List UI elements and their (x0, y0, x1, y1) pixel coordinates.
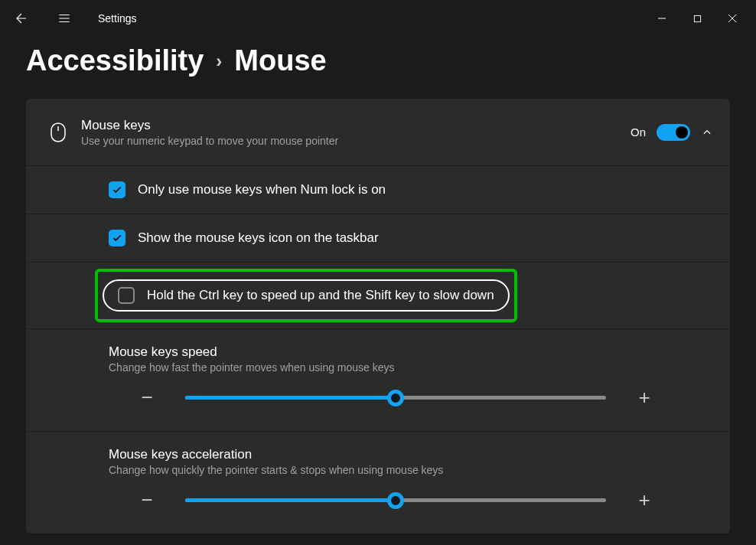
option-ctrlshift-row[interactable]: Hold the Ctrl key to speed up and the Sh… (26, 263, 730, 329)
accel-increase-button[interactable]: + (629, 488, 660, 512)
app-title: Settings (98, 12, 137, 24)
focus-highlight: Hold the Ctrl key to speed up and the Sh… (95, 269, 517, 322)
chevron-right-icon: › (216, 51, 222, 72)
option-taskbar-row[interactable]: Show the mouse keys icon on the taskbar (26, 214, 730, 263)
mouse-icon (43, 122, 73, 143)
option-numlock-label: Only use mouse keys when Num lock is on (138, 182, 386, 197)
svg-rect-1 (51, 123, 65, 142)
accel-decrease-button[interactable]: − (132, 488, 162, 512)
speed-slider[interactable] (185, 396, 606, 400)
speed-subtitle: Change how fast the pointer moves when u… (109, 361, 713, 374)
accel-title: Mouse keys acceleration (109, 447, 713, 462)
speed-title: Mouse keys speed (109, 344, 713, 360)
svg-rect-0 (694, 15, 700, 21)
mouse-keys-toggle[interactable] (657, 124, 690, 141)
speed-decrease-button[interactable]: − (132, 386, 162, 410)
mouse-keys-subtitle: Use your numeric keypad to move your mou… (81, 135, 631, 147)
option-ctrlshift-label: Hold the Ctrl key to speed up and the Sh… (147, 288, 494, 303)
option-taskbar-label: Show the mouse keys icon on the taskbar (138, 230, 379, 246)
checkbox-numlock[interactable] (109, 181, 125, 198)
breadcrumb-parent[interactable]: Accessibility (26, 44, 204, 77)
accel-slider[interactable] (185, 498, 606, 502)
breadcrumb-current: Mouse (234, 44, 326, 77)
speed-section: Mouse keys speed Change how fast the poi… (26, 329, 730, 432)
checkbox-taskbar[interactable] (109, 230, 125, 246)
window-minimize[interactable] (644, 6, 679, 31)
checkbox-ctrlshift[interactable] (118, 287, 135, 304)
option-numlock-row[interactable]: Only use mouse keys when Num lock is on (26, 166, 730, 214)
window-maximize[interactable] (679, 6, 715, 31)
breadcrumb: Accessibility › Mouse (26, 44, 730, 77)
accel-section: Mouse keys acceleration Change how quick… (26, 432, 730, 534)
hamburger-menu-icon[interactable] (49, 3, 80, 34)
toggle-state-label: On (631, 126, 646, 139)
mouse-keys-title: Mouse keys (81, 118, 631, 133)
speed-increase-button[interactable]: + (629, 386, 660, 410)
mouse-keys-header[interactable]: Mouse keys Use your numeric keypad to mo… (26, 99, 730, 166)
chevron-up-icon[interactable] (701, 126, 713, 139)
window-close[interactable] (715, 6, 750, 31)
mouse-keys-card: Mouse keys Use your numeric keypad to mo… (26, 99, 730, 534)
accel-subtitle: Change how quickly the pointer starts & … (109, 464, 713, 476)
back-button[interactable] (6, 3, 37, 34)
